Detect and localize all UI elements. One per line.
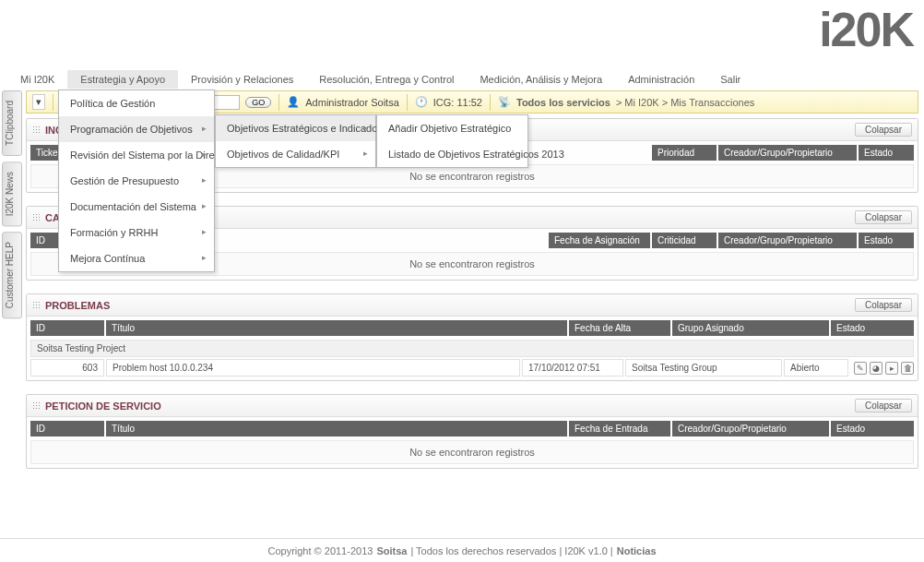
dd-obj-estrategicos[interactable]: Objetivos Estratégicos e Indicadores [216, 115, 375, 141]
dd-programacion[interactable]: Programación de Objetivos [59, 116, 214, 142]
col-id[interactable]: ID [30, 421, 104, 436]
footer-noticias[interactable]: Noticias [617, 545, 657, 556]
col-fecha-asig[interactable]: Fecha de Asignación [549, 233, 650, 248]
col-titulo[interactable]: Título [106, 320, 567, 336]
panel-title-problemas: PROBLEMAS [45, 300, 110, 311]
clock-icon: 🕐 [415, 96, 428, 108]
dd-presupuesto[interactable]: Gestión de Presupuesto [59, 168, 214, 194]
grip-icon [32, 301, 41, 310]
menu-mi-i20k[interactable]: Mi I20K [7, 70, 67, 89]
breadcrumb: > Mi I20K > Mis Transacciones [616, 97, 754, 108]
play-icon[interactable]: ▸ [885, 362, 898, 375]
empty-message: No se encontraron registros [30, 440, 914, 464]
side-tab-help[interactable]: Customer HELP [2, 232, 22, 318]
go-button[interactable]: GO [245, 97, 271, 108]
cell-grupo: Soitsa Testing Group [625, 359, 782, 377]
cell-titulo: Problem host 10.0.0.234 [106, 359, 520, 377]
clock-icon[interactable]: ◕ [870, 362, 883, 375]
submenu-objetivos: Añadir Objetivo Estratégico Listado de O… [376, 114, 528, 168]
dd-politica[interactable]: Política de Gestión [59, 90, 214, 116]
submenu-programacion: Objetivos Estratégicos e Indicadores Obj… [215, 114, 376, 168]
main-menubar: Mi I20K Estrategia y Apoyo Provisión y R… [7, 69, 924, 90]
menu-administracion[interactable]: Administración [615, 70, 707, 89]
menu-resolucion[interactable]: Resolución, Entrega y Control [306, 70, 467, 89]
menu-estrategia[interactable]: Estrategia y Apoyo [67, 70, 178, 89]
breadcrumb-services[interactable]: Todos los servicios [516, 97, 610, 108]
dd-mejora[interactable]: Mejora Contínua [59, 245, 214, 271]
col-creador[interactable]: Creador/Grupo/Propietario [718, 233, 857, 248]
dd-listado-objetivos[interactable]: Listado de Objetivos Estratégicos 2013 [377, 141, 527, 167]
table-row[interactable]: 603 Problem host 10.0.0.234 17/10/2012 0… [30, 359, 914, 377]
edit-icon[interactable]: ✎ [854, 362, 867, 375]
col-grupo[interactable]: Grupo Asignado [672, 320, 829, 336]
col-fecha-alta[interactable]: Fecha de Alta [569, 320, 670, 336]
dd-formacion[interactable]: Formación y RRHH [59, 220, 214, 245]
dd-revision[interactable]: Revisión del Sistema por la Dirección [59, 142, 214, 168]
footer: Copyright © 2011-2013 Soitsa | Todos los… [0, 538, 924, 562]
app-logo: i20K [819, 2, 913, 57]
panel-peticion: PETICION DE SERVICIO Colapsar ID Título … [26, 394, 918, 469]
left-sidebar: TClipboard I20K News Customer HELP [2, 90, 22, 325]
menu-provision[interactable]: Provisión y Relaciones [178, 70, 306, 89]
menu-medicion[interactable]: Medición, Análisis y Mejora [467, 70, 615, 89]
panel-problemas: PROBLEMAS Colapsar ID Título Fecha de Al… [26, 293, 918, 381]
dd-documentacion[interactable]: Documentación del Sistema [59, 194, 214, 220]
cell-fecha: 17/10/2012 07:51 [522, 359, 623, 377]
services-icon: 📡 [498, 96, 511, 108]
footer-copyright: Copyright © 2011-2013 [267, 545, 373, 556]
menu-salir[interactable]: Salir [707, 70, 753, 89]
side-tab-news[interactable]: I20K News [2, 161, 22, 226]
user-icon: 👤 [287, 96, 300, 108]
cell-id: 603 [30, 359, 104, 377]
panel-title-peticion: PETICION DE SERVICIO [45, 401, 161, 412]
trash-icon[interactable]: 🗑 [901, 362, 914, 375]
col-estado[interactable]: Estado [859, 145, 914, 161]
dd-anadir-objetivo[interactable]: Añadir Objetivo Estratégico [377, 115, 527, 141]
col-creador[interactable]: Creador/Grupo/Propietario [718, 145, 857, 161]
collapse-button[interactable]: Colapsar [855, 298, 912, 312]
group-header[interactable]: Soitsa Testing Project [30, 340, 914, 357]
grip-icon [32, 401, 41, 411]
col-fecha-entrada[interactable]: Fecha de Entrada [569, 421, 670, 436]
col-estado[interactable]: Estado [859, 233, 914, 248]
col-criticidad[interactable]: Criticidad [652, 233, 717, 248]
col-creador[interactable]: Creador/Grupo/Propietario [672, 421, 829, 436]
cell-estado: Abierto [784, 359, 848, 377]
admin-name: Administrador Soitsa [305, 97, 399, 108]
dd-obj-calidad[interactable]: Objetivos de Calidad/KPI [216, 141, 375, 167]
row-actions: ✎ ◕ ▸ 🗑 [850, 362, 914, 375]
grip-icon [32, 213, 41, 222]
col-estado[interactable]: Estado [831, 421, 914, 436]
submenu-estrategia: Política de Gestión Programación de Obje… [58, 90, 215, 272]
col-prioridad[interactable]: Prioridad [652, 145, 717, 161]
filter-icon[interactable]: ▾ [32, 94, 45, 110]
collapse-button[interactable]: Colapsar [855, 399, 912, 413]
col-estado[interactable]: Estado [831, 320, 914, 336]
footer-rights: | Todos los derechos reservados | I20K v… [410, 545, 612, 556]
icg-time: ICG: 11:52 [433, 97, 482, 108]
grip-icon [32, 126, 41, 135]
side-tab-clipboard[interactable]: TClipboard [2, 90, 22, 156]
collapse-button[interactable]: Colapsar [855, 210, 912, 224]
collapse-button[interactable]: Colapsar [855, 123, 912, 137]
col-titulo[interactable]: Título [106, 421, 567, 436]
footer-company: Soitsa [376, 545, 407, 556]
col-id[interactable]: ID [30, 320, 104, 336]
